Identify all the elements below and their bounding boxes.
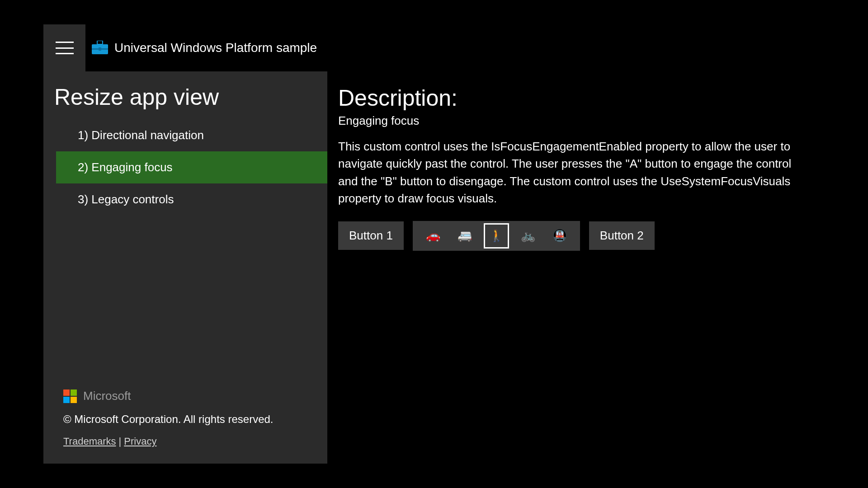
button-1[interactable]: Button 1 — [338, 221, 404, 250]
sidebar-item-directional-navigation[interactable]: 1) Directional navigation — [56, 119, 327, 151]
sidebar-item-label: 2) Engaging focus — [78, 160, 173, 174]
sidebar-item-label: 1) Directional navigation — [78, 128, 204, 142]
app-body: Resize app view 1) Directional navigatio… — [43, 71, 823, 464]
car-icon[interactable]: 🚗 — [424, 226, 443, 245]
app-shell: Universal Windows Platform sample Resize… — [43, 24, 823, 464]
footer-links: Trademarks|Privacy — [63, 436, 314, 447]
vendor-line: Microsoft — [63, 389, 314, 403]
metro-icon[interactable]: 🚇 — [550, 226, 569, 245]
description-body: This custom control uses the IsFocusEnga… — [338, 138, 799, 207]
hamburger-button[interactable] — [43, 24, 85, 71]
description-heading: Description: — [338, 85, 805, 111]
vendor-name: Microsoft — [83, 389, 131, 403]
button-row: Button 1 🚗 🚐 🚶 🚲 🚇 Button 2 — [338, 221, 805, 251]
sidebar-item-label: 3) Legacy controls — [78, 192, 174, 206]
svg-rect-0 — [97, 41, 103, 44]
custom-focus-control[interactable]: 🚗 🚐 🚶 🚲 🚇 — [413, 221, 580, 251]
svg-rect-3 — [99, 47, 101, 51]
pedestrian-icon[interactable]: 🚶 — [487, 226, 506, 245]
sidebar-item-engaging-focus[interactable]: 2) Engaging focus — [56, 151, 327, 183]
sidebar-item-legacy-controls[interactable]: 3) Legacy controls — [56, 183, 327, 216]
description-subheading: Engaging focus — [338, 114, 805, 128]
trademarks-link[interactable]: Trademarks — [63, 436, 116, 447]
sidebar: Resize app view 1) Directional navigatio… — [43, 71, 327, 464]
sidebar-items: 1) Directional navigation 2) Engaging fo… — [43, 119, 327, 216]
hamburger-icon — [56, 42, 74, 54]
toolbox-icon — [91, 41, 109, 55]
privacy-link[interactable]: Privacy — [124, 436, 156, 447]
sidebar-title: Resize app view — [43, 80, 327, 119]
sidebar-footer: Microsoft © Microsoft Corporation. All r… — [43, 378, 327, 464]
button-2[interactable]: Button 2 — [589, 221, 655, 250]
bicycle-icon[interactable]: 🚲 — [519, 226, 538, 245]
link-separator: | — [119, 436, 122, 447]
header: Universal Windows Platform sample — [43, 24, 823, 71]
van-icon[interactable]: 🚐 — [455, 226, 474, 245]
main-content: Description: Engaging focus This custom … — [327, 71, 823, 464]
copyright-text: © Microsoft Corporation. All rights rese… — [63, 413, 314, 426]
app-title: Universal Windows Platform sample — [114, 41, 317, 55]
microsoft-logo-icon — [63, 389, 77, 403]
